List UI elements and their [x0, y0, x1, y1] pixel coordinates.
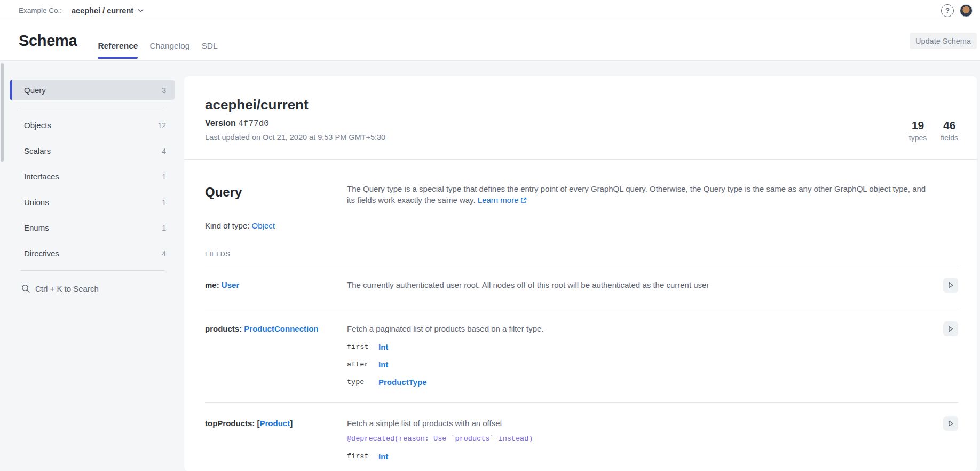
field-row-products: products: ProductConnection Fetch a pagi…: [205, 308, 958, 403]
stat-types: 19 types: [909, 119, 927, 143]
field-args: first Int: [347, 451, 931, 462]
version-label: Version: [205, 119, 236, 128]
field-row-topproducts: topProducts: [Product] Fetch a simple li…: [205, 403, 958, 471]
sidebar-item-query[interactable]: Query 3: [10, 80, 175, 100]
page-title: Schema: [19, 32, 77, 50]
arg-name: after: [347, 359, 378, 370]
type-link-user[interactable]: User: [222, 280, 239, 289]
stat-value: 46: [941, 119, 958, 132]
external-link-icon: [520, 195, 527, 206]
kind-object-link[interactable]: Object: [252, 221, 275, 230]
stat-value: 19: [909, 119, 927, 132]
schema-title: acephei/current: [205, 96, 385, 113]
play-icon: [947, 325, 954, 333]
sidebar-item-objects[interactable]: Objects 12: [10, 115, 175, 135]
arg-type-link[interactable]: Int: [378, 451, 388, 462]
fields-label: FIELDS: [205, 249, 958, 265]
arg-type-link[interactable]: Int: [378, 342, 388, 352]
search-icon: [21, 284, 30, 293]
update-schema-button[interactable]: Update Schema: [910, 33, 977, 49]
arg-row: after Int: [347, 359, 931, 370]
sidebar-item-count: 1: [162, 172, 166, 181]
field-args: first Int after Int type ProductType: [347, 342, 931, 388]
schema-header: acephei/current Version 4f77d0 Last upda…: [205, 76, 958, 159]
field-signature: me: User: [205, 280, 347, 293]
sidebar-item-count: 4: [162, 147, 166, 155]
tab-sdl[interactable]: SDL: [201, 21, 217, 60]
type-name: Query: [205, 184, 347, 206]
arg-row: first Int: [347, 342, 931, 352]
help-button[interactable]: ?: [941, 4, 954, 17]
top-bar: Example Co.: acephei / current ?: [0, 0, 980, 21]
field-description: Fetch a simple list of products with an …: [347, 418, 931, 429]
arg-row: first Int: [347, 451, 931, 462]
sidebar-item-count: 1: [162, 198, 166, 207]
type-link-product[interactable]: Product: [260, 419, 290, 428]
main-area: acephei/current Version 4f77d0 Last upda…: [184, 61, 980, 471]
sidebar-item-label: Unions: [24, 198, 49, 207]
body: Query 3 Objects 12 Scalars 4 Interfaces …: [0, 61, 980, 471]
sidebar-item-count: 1: [162, 224, 166, 232]
arg-name: type: [347, 377, 378, 388]
arg-type-link[interactable]: ProductType: [378, 377, 427, 388]
sidebar-item-scalars[interactable]: Scalars 4: [10, 141, 175, 161]
deprecated-directive: @deprecated(reason: Use `products` inste…: [347, 434, 931, 444]
type-link-productconnection[interactable]: ProductConnection: [244, 324, 318, 333]
user-avatar[interactable]: [960, 4, 973, 17]
sidebar-item-unions[interactable]: Unions 1: [10, 192, 175, 212]
graph-selector[interactable]: acephei / current: [72, 6, 144, 15]
field-row-me: me: User The currently authenticated use…: [205, 265, 958, 308]
schema-search[interactable]: Ctrl + K to Search: [10, 279, 184, 299]
run-in-explorer-button[interactable]: [943, 416, 958, 431]
play-icon: [947, 420, 954, 427]
tab-reference[interactable]: Reference: [98, 21, 138, 60]
field-signature: topProducts: [Product]: [205, 418, 347, 462]
arg-row: type ProductType: [347, 377, 931, 388]
stat-fields: 46 fields: [941, 119, 958, 143]
graph-selector-label: acephei / current: [72, 6, 133, 15]
sidebar-item-label: Interfaces: [24, 172, 59, 181]
run-in-explorer-button[interactable]: [943, 278, 958, 293]
schema-card: acephei/current Version 4f77d0 Last upda…: [184, 76, 977, 471]
sidebar: Query 3 Objects 12 Scalars 4 Interfaces …: [0, 61, 184, 471]
stat-label: fields: [941, 133, 958, 143]
sidebar-item-enums[interactable]: Enums 1: [10, 218, 175, 238]
sidebar-item-count: 4: [162, 249, 166, 258]
sidebar-item-label: Enums: [24, 223, 49, 232]
org-label: Example Co.:: [19, 6, 62, 14]
sidebar-item-label: Query: [24, 85, 46, 95]
field-description: Fetch a paginated list of products based…: [347, 324, 931, 334]
sidebar-item-label: Scalars: [24, 146, 51, 155]
type-description: The Query type is a special type that de…: [347, 183, 931, 206]
page-header: Schema Reference Changelog SDL Update Sc…: [0, 21, 980, 61]
learn-more-link[interactable]: Learn more: [478, 195, 527, 205]
sidebar-divider: [20, 107, 164, 107]
tab-changelog[interactable]: Changelog: [149, 21, 189, 60]
sidebar-item-directives[interactable]: Directives 4: [10, 244, 175, 263]
play-icon: [947, 281, 954, 289]
field-signature: products: ProductConnection: [205, 324, 347, 388]
sidebar-item-label: Directives: [24, 249, 59, 258]
schema-stats: 19 types 46 fields: [909, 119, 958, 143]
run-in-explorer-button[interactable]: [943, 321, 958, 336]
sidebar-item-label: Objects: [24, 121, 51, 130]
tab-bar: Reference Changelog SDL: [92, 21, 223, 60]
arg-name: first: [347, 342, 378, 352]
sidebar-divider: [20, 270, 164, 271]
chevron-down-icon: [138, 9, 144, 13]
kind-of-type: Kind of type: Object: [205, 221, 931, 231]
type-section-header: Query The Query type is a special type t…: [205, 160, 958, 265]
sidebar-item-interfaces[interactable]: Interfaces 1: [10, 167, 175, 186]
field-description: The currently authenticated user root. A…: [347, 280, 931, 293]
sidebar-item-count: 3: [162, 86, 166, 95]
stat-label: types: [909, 133, 927, 143]
arg-type-link[interactable]: Int: [378, 359, 388, 370]
version-value: 4f77d0: [238, 119, 269, 129]
version-line: Version 4f77d0: [205, 117, 385, 130]
search-hint: Ctrl + K to Search: [35, 284, 99, 293]
last-updated: Last updated on Oct 21, 2020 at 9:53 PM …: [205, 132, 385, 143]
arg-name: first: [347, 451, 378, 462]
sidebar-scrollbar[interactable]: [1, 63, 4, 162]
sidebar-item-count: 12: [157, 121, 166, 130]
